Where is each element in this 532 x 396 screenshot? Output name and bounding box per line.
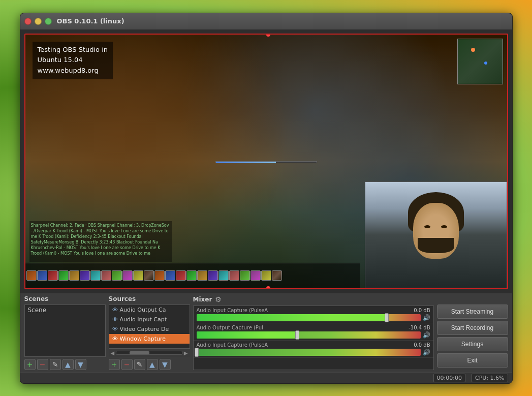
overlay-line1: Testing OBS Studio in bbox=[38, 45, 108, 55]
start-recording-button[interactable]: Start Recording bbox=[437, 321, 508, 335]
channel-1-fader[interactable] bbox=[197, 314, 421, 321]
source-down-button[interactable]: ▼ bbox=[160, 359, 171, 370]
action-icon bbox=[186, 270, 197, 281]
channel-3-thumb[interactable] bbox=[195, 348, 199, 357]
main-content: Testing OBS Studio in Ubuntu 15.04 www.w… bbox=[20, 29, 512, 383]
game-preview: Testing OBS Studio in Ubuntu 15.04 www.w… bbox=[25, 35, 507, 288]
channel-2-slider-row: 🔊 bbox=[197, 331, 430, 339]
preview-area: Testing OBS Studio in Ubuntu 15.04 www.w… bbox=[24, 34, 508, 289]
bottom-panel: Scenes Scene + − ✎ ▲ ▼ Sources 👁 bbox=[20, 293, 512, 372]
sources-controls: + − ✎ ▲ ▼ bbox=[109, 359, 190, 370]
channel-3-db: 0.0 dB bbox=[414, 342, 430, 348]
scene-list[interactable]: Scene bbox=[24, 304, 106, 357]
status-bar: 00:00:00 CPU: 1.6% bbox=[20, 372, 512, 383]
action-icon bbox=[154, 270, 165, 281]
exit-button[interactable]: Exit bbox=[437, 353, 508, 368]
action-icon bbox=[69, 270, 79, 281]
sources-panel: Sources 👁 Audio Output Ca 👁 Audio Input … bbox=[109, 295, 190, 370]
scene-item[interactable]: Scene bbox=[25, 305, 105, 315]
channel-3-label: Audio Input Capture (PulseA 0.0 dB bbox=[197, 342, 430, 348]
webcam-feed bbox=[365, 182, 507, 288]
action-icon bbox=[37, 270, 47, 281]
action-icon bbox=[176, 270, 186, 281]
edit-scene-button[interactable]: ✎ bbox=[50, 359, 61, 370]
source-item-window-capture[interactable]: 👁 Window Capture bbox=[109, 334, 190, 344]
mixer-channel-3: Audio Input Capture (PulseA 0.0 dB 🔊 bbox=[194, 341, 433, 358]
window-controls bbox=[24, 18, 52, 25]
edit-source-button[interactable]: ✎ bbox=[134, 359, 145, 370]
action-icon bbox=[251, 270, 261, 281]
mixer-header: Mixer ⚙ bbox=[193, 295, 434, 303]
source-scrollbar: ◀ ▶ bbox=[109, 349, 190, 357]
channel-2-label: Audio Output Capture (Pul -10.4 dB bbox=[197, 325, 430, 330]
add-scene-button[interactable]: + bbox=[24, 359, 36, 370]
channel-1-mute-icon[interactable]: 🔊 bbox=[423, 314, 430, 321]
action-icon bbox=[229, 270, 239, 281]
mixer-channel-1: Audio Input Capture (PulseA 0.0 dB 🔊 bbox=[194, 306, 433, 323]
channel-2-fader[interactable] bbox=[197, 331, 421, 339]
action-icon bbox=[165, 270, 175, 281]
scenes-label: Scenes bbox=[24, 295, 106, 302]
channel-2-thumb[interactable] bbox=[295, 330, 299, 340]
source-item-video-capture[interactable]: 👁 Video Capture De bbox=[109, 324, 190, 334]
remove-source-button[interactable]: − bbox=[121, 359, 133, 370]
recording-timer: 00:00:00 bbox=[433, 374, 465, 382]
scene-down-button[interactable]: ▼ bbox=[75, 359, 86, 370]
overlay-line3: www.webupd8.org bbox=[38, 66, 108, 76]
action-icon bbox=[218, 270, 229, 281]
overlay-text: Testing OBS Studio in Ubuntu 15.04 www.w… bbox=[33, 42, 113, 79]
scene-up-button[interactable]: ▲ bbox=[62, 359, 74, 370]
channel-2-name: Audio Output Capture (Pul bbox=[197, 325, 263, 330]
close-button[interactable] bbox=[24, 18, 32, 25]
minimap bbox=[457, 39, 503, 84]
action-icon bbox=[101, 270, 111, 281]
window-title: OBS 0.10.1 (linux) bbox=[57, 17, 124, 25]
game-progress-bar bbox=[215, 161, 317, 163]
channel-3-fader[interactable] bbox=[197, 349, 421, 356]
scroll-left-arrow[interactable]: ◀ bbox=[111, 350, 115, 356]
mixer-channel-2: Audio Output Capture (Pul -10.4 dB 🔊 bbox=[194, 323, 433, 341]
source-up-button[interactable]: ▲ bbox=[147, 359, 158, 370]
channel-3-slider-row: 🔊 bbox=[197, 349, 430, 356]
source-item-audio-input[interactable]: 👁 Audio Input Capt bbox=[109, 315, 190, 324]
channel-2-mute-icon[interactable]: 🔊 bbox=[423, 331, 430, 339]
cpu-usage: CPU: 1.6% bbox=[472, 374, 508, 382]
channel-1-thumb[interactable] bbox=[385, 313, 389, 322]
mixer-label: Mixer bbox=[193, 296, 212, 303]
action-icon bbox=[197, 270, 207, 281]
app-window: OBS 0.10.1 (linux) Testing OBS Studio in… bbox=[20, 13, 513, 384]
channel-1-db: 0.0 dB bbox=[414, 308, 430, 313]
scroll-track[interactable] bbox=[116, 351, 182, 355]
source-name: Audio Input Capt bbox=[120, 316, 167, 323]
scroll-right-arrow[interactable]: ▶ bbox=[184, 350, 188, 356]
scenes-controls: + − ✎ ▲ ▼ bbox=[24, 359, 106, 370]
scenes-panel: Scenes Scene + − ✎ ▲ ▼ bbox=[24, 295, 106, 370]
visibility-icon: 👁 bbox=[112, 307, 118, 313]
action-icon bbox=[26, 270, 37, 281]
mixer-settings-icon[interactable]: ⚙ bbox=[215, 295, 222, 303]
settings-button[interactable]: Settings bbox=[437, 337, 508, 351]
channel-1-slider-row: 🔊 bbox=[197, 314, 430, 321]
action-icon bbox=[80, 270, 90, 281]
add-source-button[interactable]: + bbox=[109, 359, 120, 370]
action-icon bbox=[90, 270, 101, 281]
sources-list[interactable]: 👁 Audio Output Ca 👁 Audio Input Capt 👁 V… bbox=[109, 304, 190, 349]
start-streaming-button[interactable]: Start Streaming bbox=[437, 304, 508, 319]
action-icon bbox=[208, 270, 218, 281]
channel-2-db: -10.4 dB bbox=[409, 325, 430, 330]
source-name: Window Capture bbox=[120, 336, 166, 342]
visibility-icon: 👁 bbox=[112, 316, 118, 323]
channel-3-name: Audio Input Capture (PulseA bbox=[197, 342, 268, 348]
remove-scene-button[interactable]: − bbox=[37, 359, 48, 370]
minimize-button[interactable] bbox=[35, 18, 42, 25]
visibility-icon: 👁 bbox=[112, 336, 118, 342]
sources-label: Sources bbox=[109, 295, 190, 302]
source-item-audio-output[interactable]: 👁 Audio Output Ca bbox=[109, 305, 190, 315]
action-icon bbox=[144, 270, 154, 281]
game-actionbar bbox=[25, 263, 360, 288]
action-buttons: Start Streaming Start Recording Settings… bbox=[437, 295, 508, 370]
channel-3-mute-icon[interactable]: 🔊 bbox=[423, 349, 430, 356]
mixer-panel: Mixer ⚙ Audio Input Capture (PulseA 0.0 … bbox=[193, 295, 434, 370]
webcam-face bbox=[413, 203, 459, 259]
maximize-button[interactable] bbox=[45, 18, 52, 25]
